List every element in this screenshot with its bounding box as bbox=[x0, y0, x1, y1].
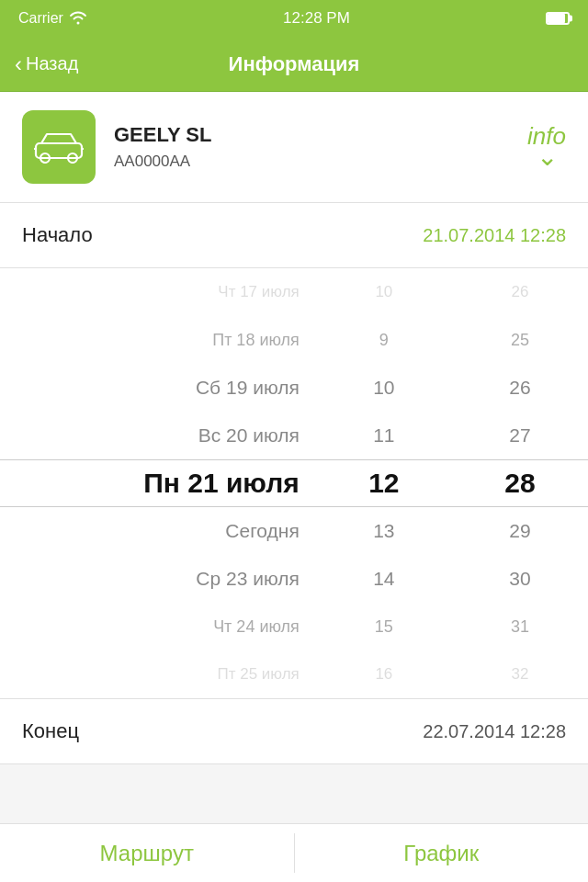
picker-date-cell: Пт 25 июля bbox=[0, 650, 316, 698]
picker-row: Пт 18 июля925 bbox=[0, 316, 588, 364]
tab-graph-label: График bbox=[403, 841, 479, 866]
car-name: GEELY SL bbox=[114, 123, 566, 147]
picker-hour-cell: 14 bbox=[316, 555, 452, 603]
picker-min-cell: 28 bbox=[452, 459, 588, 507]
picker-min-cell: 30 bbox=[452, 555, 588, 603]
bottom-tabs: Маршрут График bbox=[0, 823, 588, 882]
picker-row: Вс 20 июля1127 bbox=[0, 412, 588, 459]
picker-date-cell: Сегодня bbox=[0, 507, 316, 555]
picker-hour-cell: 10 bbox=[316, 364, 452, 412]
picker-min-cell: 27 bbox=[452, 412, 588, 459]
car-icon bbox=[32, 130, 85, 164]
picker-hour-cell: 12 bbox=[316, 459, 452, 507]
picker-min-cell: 29 bbox=[452, 507, 588, 555]
picker-min-cell: 26 bbox=[452, 364, 588, 412]
picker-date-cell: Вс 20 июля bbox=[0, 412, 316, 459]
date-picker[interactable]: Чт 17 июля1026Пт 18 июля925Сб 19 июля102… bbox=[0, 268, 588, 698]
picker-row: Пт 25 июля1632 bbox=[0, 650, 588, 698]
car-info: GEELY SL AA0000AA bbox=[114, 123, 566, 171]
picker-min-cell: 26 bbox=[452, 268, 588, 316]
back-button[interactable]: ‹ Назад bbox=[15, 53, 78, 75]
picker-date-cell: Пт 18 июля bbox=[0, 316, 316, 364]
picker-date-cell: Ср 23 июля bbox=[0, 555, 316, 603]
end-row: Конец 22.07.2014 12:28 bbox=[0, 698, 588, 764]
carrier-text: Carrier bbox=[18, 10, 63, 27]
start-label: Начало bbox=[22, 223, 93, 247]
status-left: Carrier bbox=[18, 10, 87, 28]
end-value: 22.07.2014 12:28 bbox=[423, 721, 566, 742]
status-right bbox=[546, 12, 570, 25]
picker-hour-cell: 9 bbox=[316, 316, 452, 364]
back-arrow-icon: ‹ bbox=[15, 53, 22, 75]
picker-row: Чт 24 июля1531 bbox=[0, 603, 588, 650]
tab-graph[interactable]: График bbox=[295, 824, 589, 882]
end-label: Конец bbox=[22, 719, 79, 743]
picker-row: Сб 19 июля1026 bbox=[0, 364, 588, 412]
picker-row: Ср 23 июля1430 bbox=[0, 555, 588, 603]
svg-rect-0 bbox=[36, 143, 82, 158]
picker-row: Чт 17 июля1026 bbox=[0, 268, 588, 316]
tab-route[interactable]: Маршрут bbox=[0, 824, 294, 882]
status-time: 12:28 PM bbox=[283, 9, 350, 28]
picker-inner: Чт 17 июля1026Пт 18 июля925Сб 19 июля102… bbox=[0, 268, 588, 698]
start-value: 21.07.2014 12:28 bbox=[423, 225, 566, 246]
nav-title: Информация bbox=[229, 52, 360, 76]
status-bar: Carrier 12:28 PM bbox=[0, 0, 588, 37]
picker-hour-cell: 16 bbox=[316, 650, 452, 698]
picker-hour-cell: 13 bbox=[316, 507, 452, 555]
back-label: Назад bbox=[26, 53, 78, 74]
info-badge[interactable]: info ⌄ bbox=[527, 124, 566, 170]
picker-hour-cell: 15 bbox=[316, 603, 452, 650]
info-badge-arrow-icon: ⌄ bbox=[537, 144, 558, 170]
picker-min-cell: 25 bbox=[452, 316, 588, 364]
picker-date-cell: Чт 24 июля bbox=[0, 603, 316, 650]
picker-date-cell: Пн 21 июля bbox=[0, 459, 316, 507]
picker-hour-cell: 11 bbox=[316, 412, 452, 459]
battery-icon bbox=[546, 12, 570, 25]
nav-bar: ‹ Назад Информация bbox=[0, 37, 588, 92]
start-row: Начало 21.07.2014 12:28 bbox=[0, 203, 588, 268]
picker-row: Пн 21 июля1228 bbox=[0, 459, 588, 507]
picker-min-cell: 32 bbox=[452, 650, 588, 698]
picker-date-cell: Чт 17 июля bbox=[0, 268, 316, 316]
car-card: GEELY SL AA0000AA info ⌄ bbox=[0, 92, 588, 203]
picker-row: Сегодня1329 bbox=[0, 507, 588, 555]
picker-hour-cell: 10 bbox=[316, 268, 452, 316]
car-plate: AA0000AA bbox=[114, 153, 566, 171]
car-icon-box bbox=[22, 110, 96, 184]
tab-route-label: Маршрут bbox=[100, 841, 194, 866]
wifi-icon bbox=[69, 10, 87, 28]
picker-min-cell: 31 bbox=[452, 603, 588, 650]
picker-date-cell: Сб 19 июля bbox=[0, 364, 316, 412]
